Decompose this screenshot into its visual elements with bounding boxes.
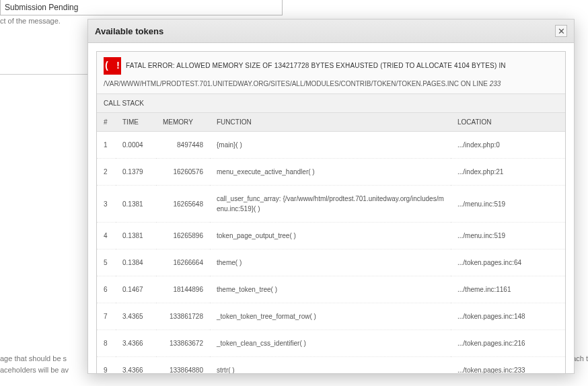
table-row: 50.138416266664theme( ).../token.pages.i…	[97, 249, 565, 276]
table-row: 20.137916260576menu_execute_active_handl…	[97, 159, 565, 186]
cell-location: .../theme.inc:1161	[451, 276, 565, 303]
cell-location: .../token.pages.inc:148	[451, 303, 565, 330]
xdebug-error-panel: ( ! ) FATAL ERROR: ALLOWED MEMORY SIZE O…	[96, 51, 566, 373]
table-row: 60.146718144896theme_token_tree( ).../th…	[97, 276, 565, 303]
cell-function: call_user_func_array: {/var/www/html/pro…	[210, 186, 451, 223]
cell-function: _token_clean_css_identifier( )	[210, 330, 451, 357]
callstack-table: # TIME MEMORY FUNCTION LOCATION 10.00048…	[97, 113, 565, 373]
cell-function: strtr( )	[210, 357, 451, 374]
col-header-time: TIME	[116, 113, 156, 132]
col-header-function: FUNCTION	[210, 113, 451, 132]
cell-index: 4	[97, 223, 116, 249]
help-text-fragment: ct of the message.	[0, 15, 61, 27]
cell-index: 6	[97, 276, 116, 303]
error-line-number: 233	[490, 80, 501, 87]
cell-index: 7	[97, 303, 116, 330]
bottom-help-line2: aceholders will be av	[0, 366, 69, 374]
error-message: FATAL ERROR: ALLOWED MEMORY SIZE OF 1342…	[126, 62, 506, 69]
cell-index: 9	[97, 357, 116, 374]
dialog-titlebar[interactable]: Available tokens ✕	[88, 20, 574, 43]
col-header-index: #	[97, 113, 116, 132]
cell-memory: 8497448	[156, 132, 210, 159]
cell-location: .../token.pages.inc:216	[451, 330, 565, 357]
cell-time: 0.1381	[116, 186, 156, 223]
table-row: 93.4366133864880strtr( ).../token.pages.…	[97, 357, 565, 374]
cell-memory: 18144896	[156, 276, 210, 303]
cell-location: .../menu.inc:519	[451, 223, 565, 249]
dialog-title: Available tokens	[95, 26, 163, 36]
col-header-memory: MEMORY	[156, 113, 210, 132]
col-header-location: LOCATION	[451, 113, 565, 132]
cell-time: 0.1379	[116, 159, 156, 186]
cell-time: 3.4366	[116, 357, 156, 374]
cell-time: 3.4365	[116, 303, 156, 330]
cell-location: .../token.pages.inc:233	[451, 357, 565, 374]
cell-index: 1	[97, 132, 116, 159]
cell-memory: 16266664	[156, 249, 210, 276]
cell-index: 2	[97, 159, 116, 186]
table-row: 10.00048497448{main}( ).../index.php:0	[97, 132, 565, 159]
cell-function: token_page_output_tree( )	[210, 223, 451, 249]
cell-index: 5	[97, 249, 116, 276]
table-row: 30.138116265648call_user_func_array: {/v…	[97, 186, 565, 223]
cell-function: theme( )	[210, 249, 451, 276]
field-label-submission-pending: Submission Pending	[0, 0, 283, 15]
close-icon[interactable]: ✕	[555, 25, 567, 37]
cell-memory: 133864880	[156, 357, 210, 374]
cell-time: 0.1381	[116, 223, 156, 249]
cell-function: menu_execute_active_handler( )	[210, 159, 451, 186]
table-row: 83.4366133863672_token_clean_css_identif…	[97, 330, 565, 357]
table-row: 73.4365133861728_token_token_tree_format…	[97, 303, 565, 330]
cell-memory: 16265896	[156, 223, 210, 249]
cell-function: {main}( )	[210, 132, 451, 159]
available-tokens-dialog: Available tokens ✕ ( ! ) FATAL ERROR: AL…	[87, 19, 575, 374]
error-header: ( ! ) FATAL ERROR: ALLOWED MEMORY SIZE O…	[97, 52, 565, 94]
callstack-header-row: # TIME MEMORY FUNCTION LOCATION	[97, 113, 565, 132]
cell-location: .../token.pages.inc:64	[451, 249, 565, 276]
error-file-path: /VAR/WWW/HTML/PRODTEST.701.UNITEDWAY.ORG…	[104, 80, 488, 87]
cell-location: .../menu.inc:519	[451, 186, 565, 223]
table-row: 40.138116265896token_page_output_tree( )…	[97, 223, 565, 249]
cell-memory: 16265648	[156, 186, 210, 223]
cell-memory: 133863672	[156, 330, 210, 357]
error-path: /VAR/WWW/HTML/PRODTEST.701.UNITEDWAY.ORG…	[104, 79, 558, 89]
cell-function: theme_token_tree( )	[210, 276, 451, 303]
cell-index: 3	[97, 186, 116, 223]
cell-time: 3.4366	[116, 330, 156, 357]
error-icon: ( ! )	[104, 57, 121, 75]
cell-memory: 133861728	[156, 303, 210, 330]
dialog-body[interactable]: ( ! ) FATAL ERROR: ALLOWED MEMORY SIZE O…	[88, 43, 574, 373]
cell-time: 0.1384	[116, 249, 156, 276]
cell-function: _token_token_tree_format_row( )	[210, 303, 451, 330]
cell-memory: 16260576	[156, 159, 210, 186]
bottom-help-line1: age that should be s	[0, 354, 67, 362]
cell-time: 0.1467	[116, 276, 156, 303]
cell-location: .../index.php:21	[451, 159, 565, 186]
cell-index: 8	[97, 330, 116, 357]
callstack-heading: CALL STACK	[97, 94, 565, 113]
cell-location: .../index.php:0	[451, 132, 565, 159]
cell-time: 0.0004	[116, 132, 156, 159]
